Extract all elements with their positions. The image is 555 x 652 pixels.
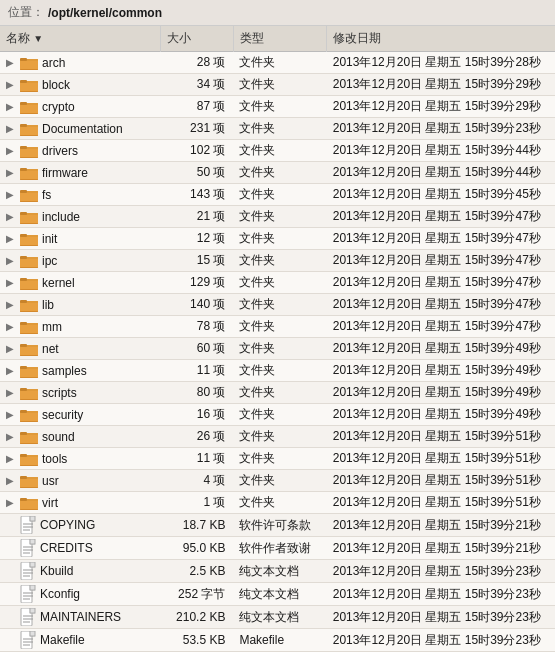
item-name: samples	[42, 364, 87, 378]
expand-arrow[interactable]: ▶	[6, 145, 16, 156]
list-item[interactable]: ▶ Documentation 231 项 文件夹 2013年12月20日 星期…	[0, 118, 555, 140]
svg-rect-83	[20, 410, 27, 413]
item-date: 2013年12月20日 星期五 15时39分49秒	[327, 382, 555, 404]
item-type: 软件作者致谢	[233, 537, 326, 560]
expand-arrow[interactable]: ▶	[6, 475, 16, 486]
list-item[interactable]: Kbuild 2.5 KB 纯文本文档 2013年12月20日 星期五 15时3…	[0, 560, 555, 583]
svg-rect-103	[20, 498, 27, 501]
item-type: 文件夹	[233, 382, 326, 404]
item-size: 231 项	[161, 118, 234, 140]
item-size: 80 项	[161, 382, 234, 404]
list-item[interactable]: ▶ block 34 项 文件夹 2013年12月20日 星期五 15时39分2…	[0, 74, 555, 96]
column-header-type[interactable]: 类型	[233, 26, 326, 52]
svg-rect-13	[20, 102, 27, 105]
list-item[interactable]: ▶ virt 1 项 文件夹 2013年12月20日 星期五 15时39分51秒	[0, 492, 555, 514]
expand-arrow[interactable]: ▶	[6, 497, 16, 508]
list-item[interactable]: ▶ tools 11 项 文件夹 2013年12月20日 星期五 15时39分5…	[0, 448, 555, 470]
item-type: 文件夹	[233, 272, 326, 294]
svg-rect-48	[20, 256, 27, 259]
svg-rect-84	[20, 413, 38, 421]
expand-arrow[interactable]: ▶	[6, 123, 16, 134]
list-item[interactable]: COPYING 18.7 KB 软件许可条款 2013年12月20日 星期五 1…	[0, 514, 555, 537]
folder-icon	[20, 144, 38, 158]
expand-arrow[interactable]: ▶	[6, 321, 16, 332]
item-size: 102 项	[161, 140, 234, 162]
list-item[interactable]: ▶ lib 140 项 文件夹 2013年12月20日 星期五 15时39分47…	[0, 294, 555, 316]
svg-rect-33	[20, 190, 27, 193]
list-item[interactable]: ▶ ipc 15 项 文件夹 2013年12月20日 星期五 15时39分47秒	[0, 250, 555, 272]
list-item[interactable]: MAINTAINERS 210.2 KB 纯文本文档 2013年12月20日 星…	[0, 606, 555, 629]
expand-arrow[interactable]: ▶	[6, 431, 16, 442]
list-item[interactable]: ▶ arch 28 项 文件夹 2013年12月20日 星期五 15时39分28…	[0, 52, 555, 74]
item-date: 2013年12月20日 星期五 15时39分29秒	[327, 96, 555, 118]
expand-arrow[interactable]: ▶	[6, 409, 16, 420]
expand-arrow[interactable]: ▶	[6, 57, 16, 68]
list-item[interactable]: ▶ kernel 129 项 文件夹 2013年12月20日 星期五 15时39…	[0, 272, 555, 294]
file-icon	[20, 539, 36, 557]
item-size: 26 项	[161, 426, 234, 448]
list-item[interactable]: ▶ crypto 87 项 文件夹 2013年12月20日 星期五 15时39分…	[0, 96, 555, 118]
expand-arrow[interactable]: ▶	[6, 387, 16, 398]
svg-rect-64	[20, 325, 38, 333]
expand-arrow[interactable]: ▶	[6, 365, 16, 376]
list-item[interactable]: ▶ include 21 项 文件夹 2013年12月20日 星期五 15时39…	[0, 206, 555, 228]
svg-rect-18	[20, 124, 27, 127]
list-item[interactable]: ▶ fs 143 项 文件夹 2013年12月20日 星期五 15时39分45秒	[0, 184, 555, 206]
svg-rect-119	[30, 562, 35, 567]
expand-arrow[interactable]: ▶	[6, 101, 16, 112]
expand-arrow[interactable]: ▶	[6, 79, 16, 90]
list-item[interactable]: ▶ net 60 项 文件夹 2013年12月20日 星期五 15时39分49秒	[0, 338, 555, 360]
item-name: CREDITS	[40, 541, 93, 555]
item-size: 21 项	[161, 206, 234, 228]
list-item[interactable]: ▶ usr 4 项 文件夹 2013年12月20日 星期五 15时39分51秒	[0, 470, 555, 492]
expand-arrow[interactable]: ▶	[6, 453, 16, 464]
expand-arrow[interactable]: ▶	[6, 233, 16, 244]
list-item[interactable]: ▶ init 12 项 文件夹 2013年12月20日 星期五 15时39分47…	[0, 228, 555, 250]
item-date: 2013年12月20日 星期五 15时39分51秒	[327, 448, 555, 470]
svg-rect-49	[20, 259, 38, 267]
item-name: Kbuild	[40, 564, 73, 578]
item-size: 143 项	[161, 184, 234, 206]
expand-arrow[interactable]: ▶	[6, 167, 16, 178]
expand-arrow[interactable]: ▶	[6, 299, 16, 310]
list-item[interactable]: ▶ sound 26 项 文件夹 2013年12月20日 星期五 15时39分5…	[0, 426, 555, 448]
column-header-size[interactable]: 大小	[161, 26, 234, 52]
item-size: 140 项	[161, 294, 234, 316]
item-type: 文件夹	[233, 316, 326, 338]
expand-arrow[interactable]: ▶	[6, 189, 16, 200]
column-header-date[interactable]: 修改日期	[327, 26, 555, 52]
expand-arrow[interactable]: ▶	[6, 277, 16, 288]
item-size: 15 项	[161, 250, 234, 272]
svg-rect-29	[20, 171, 38, 179]
item-type: 文件夹	[233, 118, 326, 140]
list-item[interactable]: ▶ security 16 项 文件夹 2013年12月20日 星期五 15时3…	[0, 404, 555, 426]
item-name: mm	[42, 320, 62, 334]
list-item[interactable]: CREDITS 95.0 KB 软件作者致谢 2013年12月20日 星期五 1…	[0, 537, 555, 560]
expand-arrow[interactable]: ▶	[6, 343, 16, 354]
list-item[interactable]: ▶ mm 78 项 文件夹 2013年12月20日 星期五 15时39分47秒	[0, 316, 555, 338]
svg-rect-38	[20, 212, 27, 215]
item-size: 34 项	[161, 74, 234, 96]
item-name: Makefile	[40, 633, 85, 647]
item-date: 2013年12月20日 星期五 15时39分49秒	[327, 360, 555, 382]
list-item[interactable]: ▶ samples 11 项 文件夹 2013年12月20日 星期五 15时39…	[0, 360, 555, 382]
folder-icon	[20, 496, 38, 510]
list-item[interactable]: Kconfig 252 字节 纯文本文档 2013年12月20日 星期五 15时…	[0, 583, 555, 606]
list-item[interactable]: Makefile 53.5 KB Makefile 2013年12月20日 星期…	[0, 629, 555, 652]
item-size: 4 项	[161, 470, 234, 492]
column-header-name[interactable]: 名称 ▼	[0, 26, 161, 52]
list-item[interactable]: ▶ firmware 50 项 文件夹 2013年12月20日 星期五 15时3…	[0, 162, 555, 184]
expand-arrow[interactable]: ▶	[6, 255, 16, 266]
item-type: 文件夹	[233, 338, 326, 360]
expand-arrow[interactable]: ▶	[6, 211, 16, 222]
list-item[interactable]: ▶ drivers 102 项 文件夹 2013年12月20日 星期五 15时3…	[0, 140, 555, 162]
item-date: 2013年12月20日 星期五 15时39分45秒	[327, 184, 555, 206]
item-name: include	[42, 210, 80, 224]
item-size: 11 项	[161, 448, 234, 470]
item-size: 11 项	[161, 360, 234, 382]
location-label: 位置：	[8, 4, 44, 21]
svg-rect-54	[20, 281, 38, 289]
folder-icon	[20, 276, 38, 290]
item-name: ipc	[42, 254, 57, 268]
list-item[interactable]: ▶ scripts 80 项 文件夹 2013年12月20日 星期五 15时39…	[0, 382, 555, 404]
